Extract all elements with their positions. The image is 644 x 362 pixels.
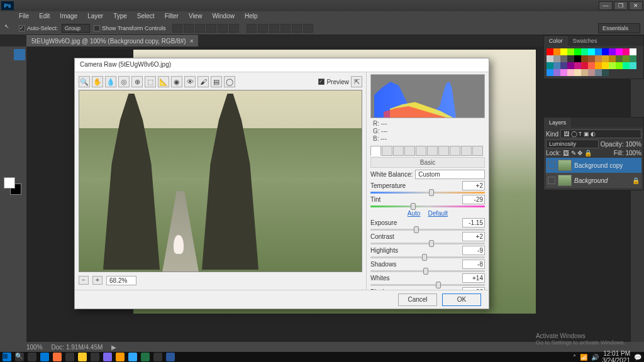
- crop-tool-icon[interactable]: ⬚: [145, 76, 156, 87]
- highlights-slider[interactable]: [370, 256, 485, 258]
- swatch[interactable]: [609, 62, 616, 69]
- edge-icon[interactable]: [40, 353, 49, 361]
- eyedropper-tool[interactable]: [14, 74, 25, 85]
- document-tab[interactable]: 5tEUgW8v6O.jpg @ 100% (Background copy, …: [26, 35, 198, 47]
- swatch[interactable]: [553, 62, 560, 69]
- swatch[interactable]: [560, 62, 567, 69]
- swatch[interactable]: [616, 48, 623, 55]
- cancel-button[interactable]: Cancel: [398, 293, 437, 306]
- swatch[interactable]: [553, 69, 560, 76]
- close-tab-icon[interactable]: ×: [190, 38, 194, 45]
- kind-filter[interactable]: 🖼 ◯ T ▣ ◐: [560, 129, 641, 138]
- notifications-icon[interactable]: 💬: [634, 354, 641, 361]
- visibility-icon[interactable]: [548, 162, 555, 169]
- volume-icon[interactable]: 🔊: [591, 354, 599, 361]
- minimize-button[interactable]: —: [599, 1, 613, 10]
- menu-view[interactable]: View: [184, 11, 208, 21]
- grad-filter-icon[interactable]: ▤: [211, 76, 222, 87]
- swatches-tab[interactable]: Swatches: [568, 36, 602, 46]
- swatch[interactable]: [602, 48, 609, 55]
- white-balance-dropdown[interactable]: Custom: [415, 170, 485, 179]
- menu-select[interactable]: Select: [132, 11, 160, 21]
- detail-tab-icon[interactable]: [393, 146, 404, 156]
- fx-tab-icon[interactable]: [438, 146, 449, 156]
- wb-tool-icon[interactable]: 💧: [105, 76, 116, 87]
- distribute-icon[interactable]: [247, 24, 257, 33]
- align-icon[interactable]: [195, 24, 205, 33]
- zoom-out-button[interactable]: −: [79, 276, 89, 285]
- split-tab-icon[interactable]: [416, 146, 426, 156]
- auto-link[interactable]: Auto: [408, 210, 421, 217]
- pen-tool[interactable]: [1, 137, 13, 148]
- swatch[interactable]: [588, 48, 595, 55]
- align-icon[interactable]: [218, 24, 228, 33]
- whites-slider[interactable]: [370, 284, 485, 286]
- shape-tool[interactable]: [14, 150, 25, 161]
- snap-tab-icon[interactable]: [472, 146, 483, 156]
- swatch[interactable]: [616, 55, 623, 62]
- default-link[interactable]: Default: [428, 210, 448, 217]
- swatch[interactable]: [602, 55, 609, 62]
- task-view-icon[interactable]: [28, 353, 36, 361]
- distribute-icon[interactable]: [292, 24, 302, 33]
- preview-checkbox[interactable]: [318, 79, 325, 85]
- zoom-tool[interactable]: [14, 162, 25, 173]
- photoshop-icon[interactable]: [128, 353, 137, 361]
- clock-date[interactable]: 3/24/2021: [602, 357, 631, 362]
- radial-filter-icon[interactable]: ◯: [224, 76, 235, 87]
- swatch[interactable]: [581, 48, 588, 55]
- wifi-icon[interactable]: 📶: [580, 354, 587, 361]
- chrome-icon[interactable]: [65, 353, 74, 361]
- word-icon[interactable]: [166, 353, 175, 361]
- chat-icon[interactable]: [103, 353, 112, 361]
- menu-filter[interactable]: Filter: [160, 11, 184, 21]
- swatch[interactable]: [547, 69, 553, 76]
- hand-tool-icon[interactable]: ✋: [92, 76, 103, 87]
- shadows-slider[interactable]: [370, 270, 485, 272]
- exposure-value[interactable]: -1.15: [462, 218, 485, 228]
- align-icon[interactable]: [184, 24, 194, 33]
- swatch[interactable]: [588, 62, 595, 69]
- shadows-value[interactable]: -8: [462, 260, 485, 269]
- swatch[interactable]: [567, 69, 574, 76]
- quick-select-tool[interactable]: [14, 62, 25, 73]
- excel-icon[interactable]: [141, 353, 150, 361]
- swatch[interactable]: [574, 48, 581, 55]
- swatch[interactable]: [630, 48, 636, 55]
- adjust-brush-icon[interactable]: 🖌: [197, 76, 209, 87]
- swatch[interactable]: [560, 69, 567, 76]
- swatch[interactable]: [595, 55, 602, 62]
- menu-window[interactable]: Window: [207, 11, 240, 21]
- whites-value[interactable]: +14: [462, 273, 485, 283]
- swatch[interactable]: [553, 48, 560, 55]
- swatch[interactable]: [574, 55, 581, 62]
- status-arrow-icon[interactable]: ▶: [111, 344, 116, 351]
- stamp-tool[interactable]: [1, 99, 13, 111]
- brush-tool[interactable]: [14, 87, 25, 98]
- align-icon[interactable]: [206, 24, 216, 33]
- swatch[interactable]: [588, 69, 595, 76]
- curve-tab-icon[interactable]: [382, 146, 392, 156]
- close-button[interactable]: ✕: [629, 1, 643, 10]
- swatch[interactable]: [595, 69, 602, 76]
- swatch[interactable]: [567, 48, 574, 55]
- swatch[interactable]: [623, 48, 630, 55]
- zoom-in-button[interactable]: +: [92, 276, 103, 285]
- start-button[interactable]: ⊞: [3, 353, 11, 361]
- swatch[interactable]: [623, 55, 630, 62]
- menu-file[interactable]: File: [14, 11, 34, 21]
- menu-image[interactable]: Image: [55, 11, 82, 21]
- search-icon[interactable]: 🔍: [15, 353, 24, 361]
- layer-item[interactable]: Background copy: [546, 158, 641, 173]
- distribute-icon[interactable]: [269, 24, 279, 33]
- spot-removal-icon[interactable]: ◉: [171, 76, 182, 87]
- straighten-icon[interactable]: 📐: [158, 76, 169, 87]
- swatch-grid[interactable]: [544, 46, 643, 79]
- status-zoom[interactable]: 100%: [26, 344, 43, 351]
- histogram[interactable]: [370, 74, 485, 118]
- color-swatches[interactable]: [4, 177, 21, 195]
- rect-marquee-tool[interactable]: [1, 49, 13, 60]
- tint-value[interactable]: -29: [462, 195, 485, 204]
- gradient-tool[interactable]: [14, 112, 25, 123]
- swatch[interactable]: [602, 62, 609, 69]
